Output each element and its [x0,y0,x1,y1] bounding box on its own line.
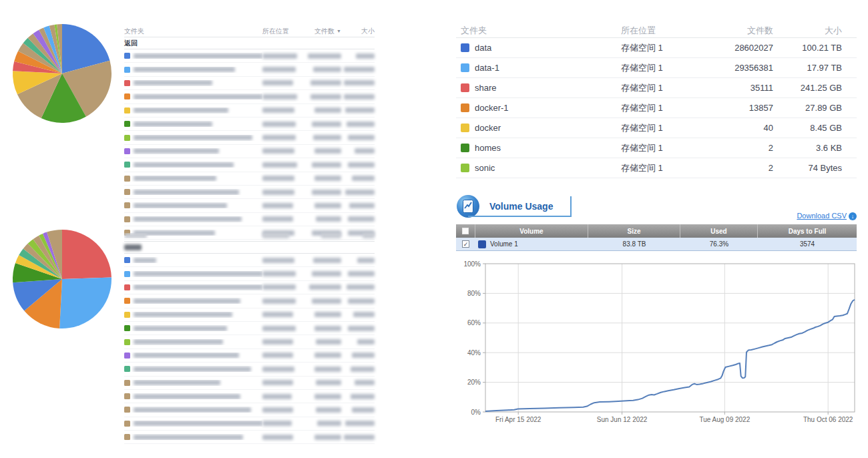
table-row[interactable] [124,186,375,199]
redacted-location [262,190,294,195]
folder-list-table-top: 文件夹 所在位置 文件数▼ 大小 返回 [124,25,375,240]
file-count-cell [306,107,341,113]
size-cell [341,190,375,195]
table-row[interactable] [124,349,375,363]
table-body [124,254,375,444]
location-cell [262,271,306,276]
folder-color-chip [124,407,130,413]
table-row[interactable]: homes存储空间 123.6 KB [456,138,857,158]
redacted-location [262,339,293,345]
folder-color-chip [124,393,130,399]
back-row-blurred[interactable] [124,242,375,254]
table-row[interactable] [124,294,375,308]
column-header-used: Used [680,224,758,238]
location-cell: 存储空间 1 [621,82,708,94]
table-row[interactable] [124,254,375,267]
column-header-folder[interactable]: 文件夹 [456,25,621,37]
table-row[interactable] [124,213,375,226]
table-row[interactable] [124,281,375,294]
folder-color-chip [124,162,130,168]
size-cell: 27.89 GB [773,103,857,113]
size-cell [341,284,375,290]
folder-color-chip [124,148,130,154]
table-row[interactable] [124,49,375,63]
location-cell: 存储空间 1 [621,62,708,74]
download-arrow-icon[interactable]: ↓ [849,212,857,220]
redacted-location [262,135,296,140]
redacted-size [348,162,375,168]
column-header-folder[interactable]: 文件夹 [124,27,262,36]
select-all-header-cell[interactable] [456,224,475,238]
folder-name-cell [124,380,262,386]
redacted-folder-name [134,353,239,358]
volume-row[interactable]: ✓Volume 183.8 TB76.3%3574 [456,238,857,251]
file-count-cell: 2 [708,163,773,173]
table-row[interactable] [124,417,375,431]
location-cell [262,339,306,345]
redacted-location [262,435,293,440]
table-row[interactable]: docker存储空间 1408.45 GB [456,118,857,138]
table-row[interactable] [124,403,375,417]
column-header-size[interactable]: 大小 [341,27,375,36]
table-row[interactable] [124,267,375,280]
table-row[interactable] [124,172,375,186]
table-row[interactable] [124,199,375,212]
table-row[interactable]: sonic存储空间 1274 Bytes [456,158,857,178]
table-row[interactable] [124,335,375,349]
back-row[interactable]: 返回 [124,37,375,49]
column-header-location[interactable]: 所在位置 [621,25,708,37]
table-row[interactable] [124,377,375,390]
table-row[interactable] [124,63,375,76]
table-row[interactable] [124,118,375,131]
checkbox-cell[interactable]: ✓ [456,238,475,250]
column-header-size[interactable]: 大小 [773,25,857,37]
size-cell: 74 Bytes [773,163,857,173]
column-header-files[interactable]: 文件数 [708,25,773,37]
table-row[interactable] [124,77,375,90]
table-row[interactable] [124,431,375,444]
folder-name-cell [124,148,262,154]
table-row[interactable] [124,90,375,103]
column-header-files-sorted[interactable]: 文件数▼ [306,27,341,36]
redacted-size [351,367,375,372]
download-csv-container: Download CSV↓ [456,212,857,220]
redacted-size [345,107,375,113]
file-count-cell [306,80,341,85]
redacted-location [262,284,296,290]
redacted-folder-name [134,339,223,345]
redacted-file-count [312,190,341,195]
table-row[interactable]: data存储空间 128602027100.21 TB [456,38,857,58]
folder-color-chip [124,53,130,59]
table-body: data存储空间 128602027100.21 TBdata-1存储空间 12… [456,38,857,178]
folder-name-cell: data [456,43,621,53]
column-header-days-to-full: Days to Full [758,224,857,238]
table-row[interactable] [124,131,375,144]
table-row[interactable] [124,322,375,335]
table-row[interactable] [124,104,375,118]
size-cell [341,298,375,304]
folder-name-cell [124,216,262,222]
redacted-file-count [312,162,341,168]
size-cell [341,122,375,127]
table-row[interactable] [124,363,375,376]
table-row[interactable] [124,390,375,403]
size-cell [341,312,375,317]
folder-color-chip [461,43,469,52]
redacted-folder-name [134,107,228,113]
folder-name-cell [124,407,262,413]
column-header-location[interactable]: 所在位置 [262,27,306,36]
redacted-file-count [316,407,341,413]
table-row[interactable] [124,308,375,322]
table-row[interactable] [124,145,375,158]
table-row[interactable] [124,158,375,172]
redacted-file-count [316,216,341,222]
folder-name-cell [124,93,262,99]
row-checkbox[interactable]: ✓ [462,240,469,248]
redacted-folder-name [134,122,212,127]
file-count-cell [306,94,341,99]
file-count-cell: 29356381 [708,63,773,73]
download-csv-link[interactable]: Download CSV [797,212,847,220]
table-row[interactable]: data-1存储空间 12935638117.97 TB [456,58,857,78]
table-row[interactable]: docker-1存储空间 11385727.89 GB [456,98,857,118]
table-row[interactable]: share存储空间 135111241.25 GB [456,78,857,98]
